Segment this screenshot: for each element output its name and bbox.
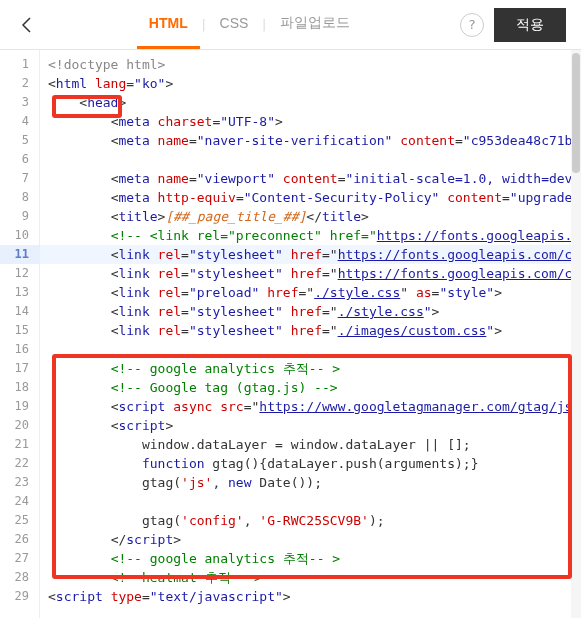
- tab-separator: |: [200, 17, 208, 32]
- line-number: 29: [0, 587, 39, 606]
- line-number: 1: [0, 55, 39, 74]
- code-line[interactable]: <meta charset="UTF-8">: [40, 112, 581, 131]
- tab-separator: |: [260, 17, 268, 32]
- code-line[interactable]: <script async src="https://www.googletag…: [40, 397, 581, 416]
- code-line[interactable]: [40, 340, 581, 359]
- line-number: 16: [0, 340, 39, 359]
- line-number: 21: [0, 435, 39, 454]
- help-button[interactable]: ?: [460, 13, 484, 37]
- code-line[interactable]: <head>: [40, 93, 581, 112]
- line-number: 6: [0, 150, 39, 169]
- line-number: 25: [0, 511, 39, 530]
- code-line[interactable]: <script>: [40, 416, 581, 435]
- code-line[interactable]: <!-- <link rel="preconnect" href="https:…: [40, 226, 581, 245]
- code-line[interactable]: <!-- google analytics 추적-- >: [40, 359, 581, 378]
- code-editor[interactable]: 1234567891011121314151617181920212223242…: [0, 50, 581, 618]
- tab-html[interactable]: HTML: [137, 0, 200, 49]
- code-line[interactable]: <link rel="stylesheet" href="https://fon…: [40, 245, 581, 264]
- apply-button[interactable]: 적용: [494, 8, 566, 42]
- code-line[interactable]: <!--heatmat 추적 -->: [40, 568, 581, 587]
- line-gutter: 1234567891011121314151617181920212223242…: [0, 50, 40, 618]
- tab-label: CSS: [220, 15, 249, 31]
- code-line[interactable]: [40, 492, 581, 511]
- tab-label: 파일업로드: [280, 14, 350, 32]
- line-number: 18: [0, 378, 39, 397]
- tab-label: HTML: [149, 15, 188, 31]
- code-line[interactable]: <meta name="naver-site-verification" con…: [40, 131, 581, 150]
- code-line[interactable]: <link rel="preload" href="./style.css" a…: [40, 283, 581, 302]
- line-number: 7: [0, 169, 39, 188]
- code-line[interactable]: <meta name="viewport" content="initial-s…: [40, 169, 581, 188]
- tab-css[interactable]: CSS: [208, 0, 261, 49]
- line-number: 13: [0, 283, 39, 302]
- line-number: 22: [0, 454, 39, 473]
- code-line[interactable]: <title>[##_page_title_##]</title>: [40, 207, 581, 226]
- back-button[interactable]: [15, 13, 39, 37]
- line-number: 9: [0, 207, 39, 226]
- line-number: 27: [0, 549, 39, 568]
- line-number: 14: [0, 302, 39, 321]
- code-line[interactable]: <!-- Google tag (gtag.js) -->: [40, 378, 581, 397]
- line-number: 23: [0, 473, 39, 492]
- line-number: 26: [0, 530, 39, 549]
- line-number: 17: [0, 359, 39, 378]
- code-area[interactable]: <!doctype html><html lang="ko"> <head> <…: [40, 50, 581, 618]
- line-number: 5: [0, 131, 39, 150]
- help-icon: ?: [468, 17, 476, 32]
- scroll-thumb[interactable]: [572, 53, 580, 173]
- code-line[interactable]: function gtag(){dataLayer.push(arguments…: [40, 454, 581, 473]
- line-number: 10: [0, 226, 39, 245]
- line-number: 2: [0, 74, 39, 93]
- code-line[interactable]: <!doctype html>: [40, 55, 581, 74]
- scrollbar[interactable]: [571, 50, 581, 618]
- toolbar: HTML | CSS | 파일업로드 ? 적용: [0, 0, 581, 50]
- line-number: 19: [0, 397, 39, 416]
- code-line[interactable]: </script>: [40, 530, 581, 549]
- code-line[interactable]: gtag('js', new Date());: [40, 473, 581, 492]
- code-line[interactable]: <link rel="stylesheet" href="./style.css…: [40, 302, 581, 321]
- arrow-left-icon: [18, 16, 36, 34]
- line-number: 8: [0, 188, 39, 207]
- line-number: 12: [0, 264, 39, 283]
- code-line[interactable]: window.dataLayer = window.dataLayer || […: [40, 435, 581, 454]
- code-line[interactable]: <script type="text/javascript">: [40, 587, 581, 606]
- code-line[interactable]: <meta http-equiv="Content-Security-Polic…: [40, 188, 581, 207]
- code-line[interactable]: <link rel="stylesheet" href="https://fon…: [40, 264, 581, 283]
- code-line[interactable]: <html lang="ko">: [40, 74, 581, 93]
- code-line[interactable]: <!-- google analytics 추적-- >: [40, 549, 581, 568]
- line-number: 28: [0, 568, 39, 587]
- line-number: 24: [0, 492, 39, 511]
- line-number: 15: [0, 321, 39, 340]
- tabs: HTML | CSS | 파일업로드: [39, 0, 460, 49]
- line-number: 4: [0, 112, 39, 131]
- code-line[interactable]: gtag('config', 'G-RWC25SCV9B');: [40, 511, 581, 530]
- code-line[interactable]: <link rel="stylesheet" href="./images/cu…: [40, 321, 581, 340]
- code-line[interactable]: [40, 150, 581, 169]
- line-number: 3: [0, 93, 39, 112]
- line-number: 11: [0, 245, 39, 264]
- line-number: 20: [0, 416, 39, 435]
- tab-file-upload[interactable]: 파일업로드: [268, 0, 362, 49]
